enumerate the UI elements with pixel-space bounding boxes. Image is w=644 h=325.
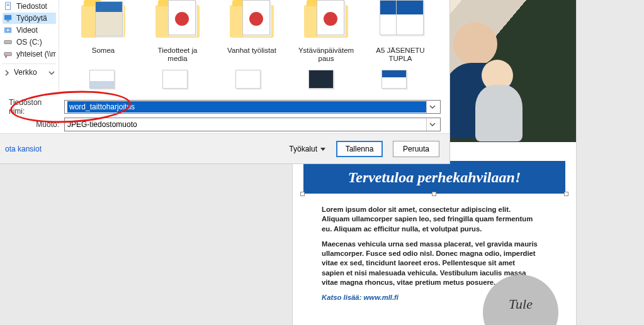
banner-heading[interactable]: Tervetuloa perhekahvilaan! [303, 161, 565, 194]
tools-label: Työkalut [289, 145, 317, 153]
chevron-down-icon [48, 69, 55, 75]
folder-item[interactable]: Vanhat työlistat [225, 0, 278, 66]
dialog-footer: ota kansiot Työkalut Tallenna Peruuta [0, 133, 449, 163]
file-browser[interactable]: Somea Tiedotteet ja media Vanhat työlist… [59, 0, 449, 95]
file-label: Ystävänpäivätem paus [298, 47, 354, 63]
cancel-button[interactable]: Peruuta [393, 141, 439, 157]
video-icon [4, 26, 13, 35]
svg-marker-10 [320, 148, 325, 151]
desktop-icon [4, 14, 13, 23]
ruler-fragment [517, 1, 534, 13]
filename-history-dropdown[interactable] [426, 101, 438, 113]
document-icon [4, 2, 13, 11]
svg-rect-0 [6, 3, 11, 9]
nav-item-label: Verkko [14, 68, 37, 77]
nav-item-label: OS (C:) [16, 38, 42, 47]
file-thumb[interactable] [223, 70, 274, 91]
filename-input-wrap[interactable] [64, 100, 441, 114]
hide-folders-link[interactable]: ota kansiot [5, 145, 42, 153]
save-dialog: Tiedostot Työpöytä Videot OS (C:) [0, 0, 450, 164]
network-drive-icon [4, 50, 13, 58]
chevron-right-icon [4, 69, 10, 75]
paragraph[interactable]: Maecenas vehicula urna sed massa placera… [322, 240, 538, 287]
body-link[interactable]: Katso lisää: www.mll.fi [322, 293, 538, 302]
file-item[interactable]: A5 JÄSENETU TUPLA [374, 0, 427, 66]
selection-handle[interactable] [300, 192, 305, 196]
selection-handle[interactable] [564, 192, 568, 196]
format-label: Muoto: [9, 120, 59, 129]
format-dropdown-button[interactable] [426, 118, 438, 131]
nav-item-label: Videot [16, 26, 38, 35]
file-thumb[interactable] [150, 70, 201, 91]
nav-item-documents[interactable]: Tiedostot [3, 1, 56, 12]
svg-rect-1 [6, 4, 9, 5]
svg-rect-2 [6, 5, 9, 6]
circle-badge[interactable]: Tule [483, 275, 558, 325]
selection-handle[interactable] [432, 192, 436, 196]
tools-menu[interactable]: Työkalut [289, 145, 326, 153]
navigation-pane: Tiedostot Työpöytä Videot OS (C:) [0, 0, 59, 95]
body-text[interactable]: Lorem ipsum dolor sit amet, consectetur … [322, 205, 538, 308]
chevron-down-icon [320, 146, 326, 152]
svg-point-9 [5, 56, 7, 58]
nav-item-desktop[interactable]: Työpöytä [3, 13, 56, 24]
file-label: Tiedotteet ja media [151, 47, 204, 63]
format-value[interactable] [67, 119, 426, 130]
file-browser-row2[interactable] [59, 70, 449, 95]
dialog-fields: Tiedoston nimi: Muoto: [0, 95, 449, 133]
folder-item[interactable]: Tiedotteet ja media [151, 0, 204, 66]
nav-item-network[interactable]: Verkko [3, 63, 56, 80]
file-thumb[interactable] [77, 70, 128, 91]
folder-item[interactable]: Somea [77, 0, 130, 66]
file-label: Somea [92, 47, 115, 55]
nav-item-label: yhteiset (\\mlltku [16, 50, 56, 58]
filename-input[interactable] [67, 101, 426, 113]
svg-rect-7 [4, 40, 11, 43]
folder-item[interactable]: Ystävänpäivätem paus [300, 0, 353, 66]
save-button[interactable]: Tallenna [336, 141, 383, 157]
nav-item-network-share[interactable]: yhteiset (\\mlltku [3, 48, 56, 60]
paragraph[interactable]: Lorem ipsum dolor sit amet, consectetur … [322, 205, 538, 234]
drive-icon [4, 38, 13, 47]
nav-item-label: Työpöytä [16, 14, 47, 23]
format-select[interactable] [64, 118, 441, 131]
file-label: Vanhat työlistat [227, 47, 276, 55]
file-label: A5 JÄSENETU TUPLA [374, 47, 427, 63]
file-thumb[interactable] [296, 70, 347, 91]
nav-item-label: Tiedostot [16, 2, 47, 11]
file-thumb[interactable] [369, 70, 421, 91]
svg-rect-8 [4, 52, 11, 55]
nav-item-drive-c[interactable]: OS (C:) [3, 36, 56, 48]
filename-label: Tiedoston nimi: [9, 98, 59, 116]
svg-rect-3 [4, 15, 11, 20]
nav-item-videos[interactable]: Videot [3, 25, 56, 36]
svg-rect-4 [6, 21, 9, 22]
